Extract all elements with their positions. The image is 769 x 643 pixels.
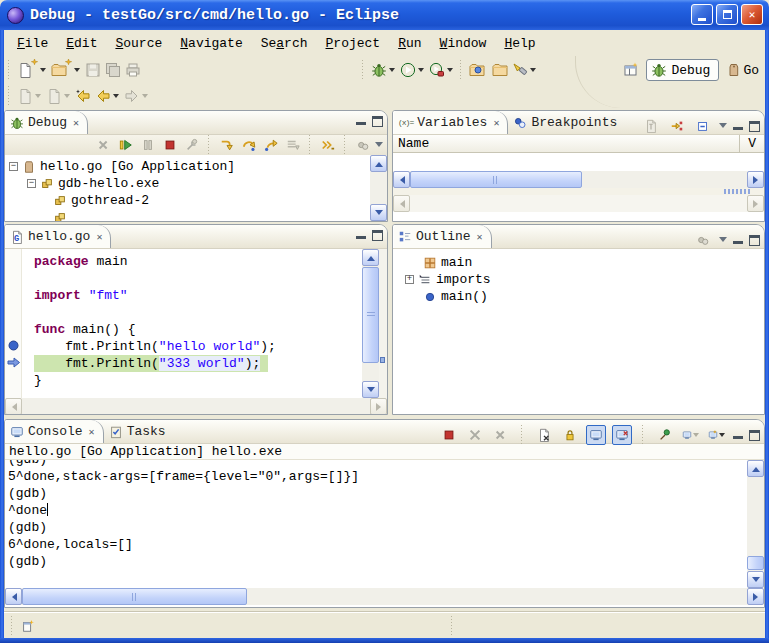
close-button[interactable]: ✕: [741, 4, 763, 25]
console-vertical-scrollbar[interactable]: [747, 460, 764, 588]
save-button[interactable]: [83, 58, 103, 82]
sash-grip[interactable]: [724, 189, 750, 194]
editor-body[interactable]: package main import "fmt" func main() { …: [5, 249, 387, 398]
step-return-button[interactable]: [261, 135, 281, 155]
pin-console-button[interactable]: [655, 425, 675, 445]
open-perspective-button[interactable]: [621, 58, 641, 82]
outline-item-package[interactable]: main: [393, 254, 764, 271]
debug-tree-item-process[interactable]: − gdb-hello.exe: [5, 175, 387, 192]
save-all-button[interactable]: [103, 58, 123, 82]
menu-window[interactable]: Window: [431, 34, 496, 53]
external-tools-dropdown[interactable]: [447, 68, 453, 75]
menu-help[interactable]: Help: [495, 34, 544, 53]
debug-vertical-scrollbar[interactable]: [370, 155, 387, 221]
editor-overview-ruler[interactable]: [379, 249, 387, 398]
display-console-dropdown[interactable]: [693, 433, 699, 440]
open-type-button[interactable]: [490, 58, 510, 82]
perspective-go-button[interactable]: Go: [724, 58, 761, 82]
view-menu-chevron[interactable]: [375, 142, 383, 151]
close-tab-icon[interactable]: ✕: [477, 231, 483, 243]
breakpoint-icon[interactable]: [8, 340, 19, 351]
step-into-button[interactable]: [217, 135, 237, 155]
variables-horizontal-scrollbar[interactable]: [393, 171, 764, 188]
debug-tree-item-thread[interactable]: gothread-2: [5, 192, 387, 209]
tab-breakpoints[interactable]: Breakpoints: [508, 111, 625, 134]
scroll-thumb[interactable]: [747, 556, 764, 570]
open-console-dropdown[interactable]: [719, 433, 725, 440]
minimize-view-button[interactable]: [356, 234, 366, 239]
external-tools-button[interactable]: [427, 58, 456, 82]
show-type-names-button[interactable]: [641, 116, 661, 136]
minimize-view-button[interactable]: [733, 239, 743, 244]
resume-button[interactable]: [116, 135, 136, 155]
minimize-view-button[interactable]: [733, 434, 743, 439]
tab-outline[interactable]: Outline ✕: [393, 225, 492, 248]
next-annotation-button[interactable]: [15, 84, 44, 108]
show-logical-structure-button[interactable]: [667, 116, 687, 136]
maximize-button[interactable]: [716, 4, 738, 25]
show-stderr-button[interactable]: [612, 425, 632, 445]
tab-debug[interactable]: Debug ✕: [5, 111, 88, 134]
minimize-view-button[interactable]: [356, 120, 366, 125]
debug-launch-button[interactable]: [369, 58, 398, 82]
tab-hello-go[interactable]: G hello.go ✕: [5, 225, 111, 248]
perspective-debug-button[interactable]: Debug: [646, 59, 719, 81]
scroll-right-button[interactable]: [747, 171, 764, 188]
suspend-button[interactable]: [138, 135, 158, 155]
last-edit-location-button[interactable]: [73, 84, 93, 108]
close-tab-icon[interactable]: ✕: [73, 117, 79, 129]
previous-annotation-button[interactable]: [44, 84, 73, 108]
debug-tree-item-clipped[interactable]: [5, 209, 387, 221]
toolbar-grip[interactable]: [7, 60, 12, 80]
scroll-left-button[interactable]: [5, 588, 22, 605]
outline-toolbar-button[interactable]: [693, 230, 713, 250]
maximize-view-button[interactable]: [749, 121, 760, 132]
new-folder-button[interactable]: [49, 58, 83, 82]
display-selected-console-button[interactable]: [681, 425, 701, 445]
close-tab-icon[interactable]: ✕: [89, 426, 95, 438]
tab-tasks[interactable]: Tasks: [104, 420, 174, 443]
remove-all-launches-button[interactable]: [491, 425, 511, 445]
next-annotation-dropdown[interactable]: [35, 94, 41, 101]
back-dropdown[interactable]: [113, 94, 119, 101]
menu-source[interactable]: Source: [106, 34, 171, 53]
fast-view-button[interactable]: [18, 616, 38, 636]
scroll-down-button[interactable]: [362, 381, 379, 398]
outline-item-imports[interactable]: + imports: [393, 271, 764, 288]
outline-item-main-func[interactable]: main(): [393, 288, 764, 305]
forward-dropdown[interactable]: [142, 94, 148, 101]
clear-console-button[interactable]: [534, 425, 554, 445]
open-resource-button[interactable]: [467, 58, 490, 82]
scroll-lock-button[interactable]: [560, 425, 580, 445]
previous-annotation-dropdown[interactable]: [64, 94, 70, 101]
toolbar-grip[interactable]: [459, 60, 464, 80]
scroll-down-button[interactable]: [747, 571, 764, 588]
close-tab-icon[interactable]: ✕: [493, 117, 499, 129]
debug-launch-dropdown[interactable]: [389, 68, 395, 75]
menu-run[interactable]: Run: [389, 34, 430, 53]
collapse-icon[interactable]: −: [9, 162, 18, 171]
debug-tree-item-launch[interactable]: − hello.go [Go Application]: [5, 158, 387, 175]
maximize-view-button[interactable]: [372, 230, 383, 241]
scroll-up-button[interactable]: [370, 155, 387, 172]
maximize-view-button[interactable]: [749, 235, 760, 246]
scroll-up-button[interactable]: [362, 249, 379, 266]
disconnect-button[interactable]: [182, 135, 202, 155]
remove-all-terminated-button[interactable]: [94, 135, 114, 155]
toolbar-grip[interactable]: [361, 60, 366, 80]
debug-view-extra-button[interactable]: [353, 135, 373, 155]
back-button[interactable]: [93, 84, 122, 108]
new-folder-dropdown[interactable]: [74, 68, 80, 75]
run-launch-button[interactable]: [398, 58, 427, 82]
scroll-thumb[interactable]: [410, 171, 582, 188]
tab-variables[interactable]: (x)= Variables ✕: [393, 111, 508, 134]
scroll-up-button[interactable]: [747, 460, 764, 477]
console-horizontal-scrollbar[interactable]: [5, 588, 764, 605]
column-name[interactable]: Name: [398, 136, 429, 151]
run-launch-dropdown[interactable]: [418, 68, 424, 75]
show-stdout-button[interactable]: [586, 425, 606, 445]
scroll-thumb[interactable]: [22, 588, 247, 605]
terminate-button[interactable]: [160, 135, 180, 155]
scroll-left-button[interactable]: [393, 171, 410, 188]
open-console-button[interactable]: [707, 425, 727, 445]
